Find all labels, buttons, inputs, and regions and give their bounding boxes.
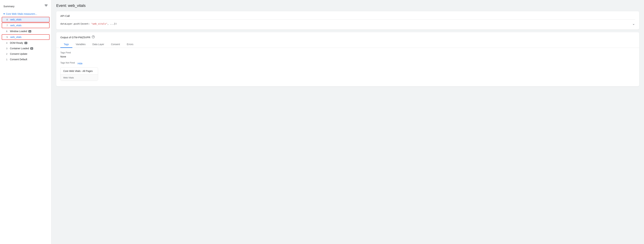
event-icon-3: ≫	[30, 47, 33, 50]
item-label-2: Consent Update	[10, 53, 27, 55]
filter-icon[interactable]	[44, 4, 48, 9]
item-number-2: 2	[6, 53, 10, 55]
tags-not-fired-header: Tags Not Fired Hide	[60, 61, 635, 65]
item-number-8: 8	[6, 18, 10, 21]
item-number-6: 6	[6, 30, 10, 33]
tags-fired-value: None	[60, 55, 635, 58]
api-call-section: API Call dataLayer.push({event: "web_vit…	[56, 11, 639, 30]
item-number-7: 7	[6, 24, 10, 27]
tab-variables[interactable]: Variables	[72, 41, 89, 48]
output-card: Output of GTM-PMZ5VPR Tags Variables Dat…	[56, 32, 639, 86]
tabs-bar: Tags Variables Data Layer Consent Errors	[56, 41, 639, 48]
sidebar-item-4[interactable]: 4 DOM Ready ≫	[0, 40, 51, 46]
tag-card-0[interactable]: Core Web Vitals - All Pages Web Vitals	[60, 67, 98, 81]
api-call-row: dataLayer.push({event: "web_vitals", ...…	[60, 20, 635, 27]
sidebar-item-8[interactable]: 8 web_vitals	[2, 17, 50, 22]
hide-button[interactable]: Hide	[78, 62, 83, 65]
tab-consent[interactable]: Consent	[108, 41, 123, 48]
page-title: Event: web_vitals	[56, 4, 639, 8]
api-call-code: dataLayer.push({event: "web_vitals", ...…	[60, 23, 117, 25]
sidebar-item-2[interactable]: 2 Consent Update	[0, 51, 51, 57]
tab-errors[interactable]: Errors	[124, 41, 137, 48]
item-label-3: Container Loaded	[10, 47, 29, 50]
sidebar-header: Summary	[0, 3, 51, 11]
output-header: Output of GTM-PMZ5VPR	[56, 32, 639, 39]
sidebar-group[interactable]: ▾ Core Web Vitals measurem...	[0, 11, 51, 17]
api-call-card: API Call dataLayer.push({event: "web_vit…	[56, 11, 639, 30]
sidebar-item-5[interactable]: 5 web_vitals	[2, 34, 50, 40]
tags-fired-label: Tags Fired	[60, 51, 635, 54]
svg-rect-0	[45, 5, 48, 5]
tags-content: Tags Fired None Tags Not Fired Hide Core…	[56, 48, 639, 86]
tag-card-primary-0: Core Web Vitals - All Pages	[60, 68, 98, 75]
item-number-4: 4	[6, 42, 10, 44]
output-title: Output of GTM-PMZ5VPR	[60, 36, 90, 39]
sidebar-item-6[interactable]: 6 Window Loaded ≫	[0, 29, 51, 34]
item-label-4: DOM Ready	[10, 42, 23, 44]
tag-card-secondary-0: Web Vitals	[60, 75, 98, 81]
item-label-8: web_vitals	[10, 18, 22, 21]
event-icon-4: ≫	[24, 42, 27, 44]
item-number-3: 3	[6, 47, 10, 50]
sidebar: Summary ▾ Core Web Vitals measurem... 8 …	[0, 0, 52, 244]
item-number-1: 1	[6, 58, 10, 61]
code-suffix: , ...})	[107, 23, 117, 25]
sidebar-item-7[interactable]: 7 web_vitals	[2, 23, 50, 28]
sidebar-item-3[interactable]: 3 Container Loaded ≫	[0, 46, 51, 51]
tab-tags[interactable]: Tags	[60, 41, 72, 48]
sidebar-title: Summary	[4, 5, 14, 8]
item-label-5: web_vitals	[10, 36, 22, 39]
expand-icon[interactable]: ⌄	[632, 22, 635, 26]
group-label: Core Web Vitals measurem...	[6, 13, 37, 15]
item-number-5: 5	[6, 36, 10, 39]
tags-not-fired-label: Tags Not Fired	[60, 61, 75, 64]
item-label-6: Window Loaded	[10, 30, 27, 33]
chevron-down-icon: ▾	[4, 12, 5, 16]
help-icon[interactable]	[92, 35, 95, 39]
code-prefix: dataLayer.push({event:	[60, 23, 91, 25]
code-string: "web_vitals"	[91, 23, 107, 25]
item-label-1: Consent Default	[10, 58, 27, 61]
api-call-title: API Call	[60, 15, 635, 17]
event-icon-6: ≫	[28, 30, 31, 33]
tab-data-layer[interactable]: Data Layer	[89, 41, 108, 48]
main-content: Event: web_vitals API Call dataLayer.pus…	[52, 0, 644, 244]
item-label-7: web_vitals	[10, 24, 22, 27]
sidebar-item-1[interactable]: 1 Consent Default	[0, 57, 51, 62]
